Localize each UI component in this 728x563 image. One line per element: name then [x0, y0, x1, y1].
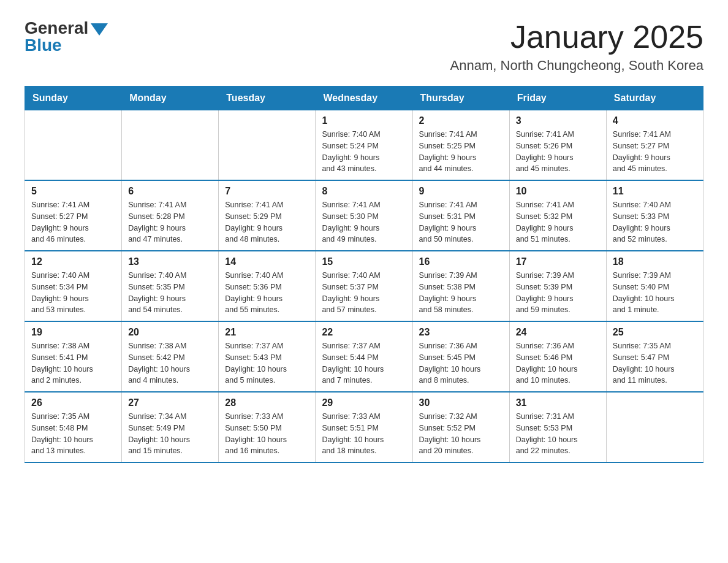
day-of-week-header: Thursday	[412, 86, 509, 110]
day-number: 9	[419, 186, 503, 197]
day-number: 29	[322, 397, 406, 408]
calendar-cell: 4Sunrise: 7:41 AM Sunset: 5:27 PM Daylig…	[606, 110, 703, 181]
day-number: 6	[128, 186, 212, 197]
calendar-week-row: 12Sunrise: 7:40 AM Sunset: 5:34 PM Dayli…	[25, 251, 703, 321]
calendar-cell: 13Sunrise: 7:40 AM Sunset: 5:35 PM Dayli…	[122, 251, 219, 321]
days-of-week-row: SundayMondayTuesdayWednesdayThursdayFrid…	[25, 86, 703, 110]
day-number: 3	[516, 115, 600, 126]
day-number: 31	[516, 397, 600, 408]
calendar-cell: 28Sunrise: 7:33 AM Sunset: 5:50 PM Dayli…	[219, 392, 316, 462]
calendar-cell: 21Sunrise: 7:37 AM Sunset: 5:43 PM Dayli…	[219, 321, 316, 392]
day-number: 30	[419, 397, 503, 408]
day-info: Sunrise: 7:33 AM Sunset: 5:51 PM Dayligh…	[322, 411, 406, 457]
day-info: Sunrise: 7:41 AM Sunset: 5:27 PM Dayligh…	[31, 199, 115, 245]
day-info: Sunrise: 7:31 AM Sunset: 5:53 PM Dayligh…	[516, 411, 600, 457]
calendar-week-row: 19Sunrise: 7:38 AM Sunset: 5:41 PM Dayli…	[25, 321, 703, 392]
calendar-week-row: 1Sunrise: 7:40 AM Sunset: 5:24 PM Daylig…	[25, 110, 703, 181]
day-info: Sunrise: 7:39 AM Sunset: 5:38 PM Dayligh…	[419, 270, 503, 316]
calendar-cell: 6Sunrise: 7:41 AM Sunset: 5:28 PM Daylig…	[122, 180, 219, 251]
day-number: 28	[225, 397, 309, 408]
calendar-cell	[25, 110, 122, 181]
calendar-cell: 27Sunrise: 7:34 AM Sunset: 5:49 PM Dayli…	[122, 392, 219, 462]
calendar-cell	[219, 110, 316, 181]
calendar-cell: 12Sunrise: 7:40 AM Sunset: 5:34 PM Dayli…	[25, 251, 122, 321]
day-number: 22	[322, 327, 406, 338]
calendar-cell: 7Sunrise: 7:41 AM Sunset: 5:29 PM Daylig…	[219, 180, 316, 251]
day-number: 11	[613, 186, 697, 197]
day-info: Sunrise: 7:41 AM Sunset: 5:31 PM Dayligh…	[419, 199, 503, 245]
day-number: 12	[31, 256, 115, 267]
calendar-cell: 20Sunrise: 7:38 AM Sunset: 5:42 PM Dayli…	[122, 321, 219, 392]
day-of-week-header: Sunday	[25, 86, 122, 110]
day-info: Sunrise: 7:38 AM Sunset: 5:41 PM Dayligh…	[31, 340, 115, 386]
day-info: Sunrise: 7:41 AM Sunset: 5:32 PM Dayligh…	[516, 199, 600, 245]
calendar-week-row: 26Sunrise: 7:35 AM Sunset: 5:48 PM Dayli…	[25, 392, 703, 462]
day-info: Sunrise: 7:41 AM Sunset: 5:26 PM Dayligh…	[516, 129, 600, 175]
day-number: 21	[225, 327, 309, 338]
day-info: Sunrise: 7:32 AM Sunset: 5:52 PM Dayligh…	[419, 411, 503, 457]
calendar-cell: 29Sunrise: 7:33 AM Sunset: 5:51 PM Dayli…	[316, 392, 412, 462]
day-info: Sunrise: 7:40 AM Sunset: 5:37 PM Dayligh…	[322, 270, 406, 316]
calendar-cell: 23Sunrise: 7:36 AM Sunset: 5:45 PM Dayli…	[412, 321, 509, 392]
calendar-cell: 8Sunrise: 7:41 AM Sunset: 5:30 PM Daylig…	[316, 180, 412, 251]
day-of-week-header: Saturday	[606, 86, 703, 110]
day-info: Sunrise: 7:39 AM Sunset: 5:40 PM Dayligh…	[613, 270, 697, 316]
day-info: Sunrise: 7:41 AM Sunset: 5:25 PM Dayligh…	[419, 129, 503, 175]
logo-triangle-icon	[91, 23, 108, 36]
day-info: Sunrise: 7:33 AM Sunset: 5:50 PM Dayligh…	[225, 411, 309, 457]
day-info: Sunrise: 7:37 AM Sunset: 5:43 PM Dayligh…	[225, 340, 309, 386]
calendar-cell: 16Sunrise: 7:39 AM Sunset: 5:38 PM Dayli…	[412, 251, 509, 321]
day-info: Sunrise: 7:41 AM Sunset: 5:27 PM Dayligh…	[613, 129, 697, 175]
calendar-cell: 17Sunrise: 7:39 AM Sunset: 5:39 PM Dayli…	[509, 251, 606, 321]
logo-blue-text: Blue	[25, 36, 62, 55]
day-number: 25	[613, 327, 697, 338]
day-number: 7	[225, 186, 309, 197]
logo: General Blue	[25, 18, 108, 55]
calendar-cell: 1Sunrise: 7:40 AM Sunset: 5:24 PM Daylig…	[316, 110, 412, 181]
calendar-cell: 18Sunrise: 7:39 AM Sunset: 5:40 PM Dayli…	[606, 251, 703, 321]
calendar-cell: 25Sunrise: 7:35 AM Sunset: 5:47 PM Dayli…	[606, 321, 703, 392]
day-number: 27	[128, 397, 212, 408]
calendar-cell: 24Sunrise: 7:36 AM Sunset: 5:46 PM Dayli…	[509, 321, 606, 392]
calendar-subtitle: Annam, North Chungcheong, South Korea	[450, 58, 703, 74]
title-section: January 2025 Annam, North Chungcheong, S…	[450, 18, 703, 74]
day-info: Sunrise: 7:39 AM Sunset: 5:39 PM Dayligh…	[516, 270, 600, 316]
day-info: Sunrise: 7:40 AM Sunset: 5:34 PM Dayligh…	[31, 270, 115, 316]
calendar-header: SundayMondayTuesdayWednesdayThursdayFrid…	[25, 86, 703, 110]
day-of-week-header: Tuesday	[219, 86, 316, 110]
day-info: Sunrise: 7:36 AM Sunset: 5:45 PM Dayligh…	[419, 340, 503, 386]
day-number: 14	[225, 256, 309, 267]
day-number: 4	[613, 115, 697, 126]
day-info: Sunrise: 7:37 AM Sunset: 5:44 PM Dayligh…	[322, 340, 406, 386]
day-info: Sunrise: 7:40 AM Sunset: 5:35 PM Dayligh…	[128, 270, 212, 316]
day-info: Sunrise: 7:41 AM Sunset: 5:29 PM Dayligh…	[225, 199, 309, 245]
day-info: Sunrise: 7:40 AM Sunset: 5:24 PM Dayligh…	[322, 129, 406, 175]
calendar-table: SundayMondayTuesdayWednesdayThursdayFrid…	[25, 86, 703, 463]
day-info: Sunrise: 7:36 AM Sunset: 5:46 PM Dayligh…	[516, 340, 600, 386]
calendar-cell: 15Sunrise: 7:40 AM Sunset: 5:37 PM Dayli…	[316, 251, 412, 321]
day-info: Sunrise: 7:40 AM Sunset: 5:36 PM Dayligh…	[225, 270, 309, 316]
day-info: Sunrise: 7:38 AM Sunset: 5:42 PM Dayligh…	[128, 340, 212, 386]
day-number: 5	[31, 186, 115, 197]
calendar-week-row: 5Sunrise: 7:41 AM Sunset: 5:27 PM Daylig…	[25, 180, 703, 251]
calendar-cell: 31Sunrise: 7:31 AM Sunset: 5:53 PM Dayli…	[509, 392, 606, 462]
calendar-cell: 19Sunrise: 7:38 AM Sunset: 5:41 PM Dayli…	[25, 321, 122, 392]
calendar-cell: 14Sunrise: 7:40 AM Sunset: 5:36 PM Dayli…	[219, 251, 316, 321]
day-number: 16	[419, 256, 503, 267]
day-number: 24	[516, 327, 600, 338]
day-number: 26	[31, 397, 115, 408]
calendar-cell: 2Sunrise: 7:41 AM Sunset: 5:25 PM Daylig…	[412, 110, 509, 181]
calendar-cell: 22Sunrise: 7:37 AM Sunset: 5:44 PM Dayli…	[316, 321, 412, 392]
day-number: 10	[516, 186, 600, 197]
day-number: 17	[516, 256, 600, 267]
day-number: 18	[613, 256, 697, 267]
calendar-cell: 26Sunrise: 7:35 AM Sunset: 5:48 PM Dayli…	[25, 392, 122, 462]
day-number: 13	[128, 256, 212, 267]
day-of-week-header: Monday	[122, 86, 219, 110]
calendar-cell	[122, 110, 219, 181]
day-number: 19	[31, 327, 115, 338]
header: General Blue January 2025 Annam, North C…	[25, 18, 703, 74]
day-info: Sunrise: 7:41 AM Sunset: 5:28 PM Dayligh…	[128, 199, 212, 245]
day-number: 1	[322, 115, 406, 126]
calendar-body: 1Sunrise: 7:40 AM Sunset: 5:24 PM Daylig…	[25, 110, 703, 463]
